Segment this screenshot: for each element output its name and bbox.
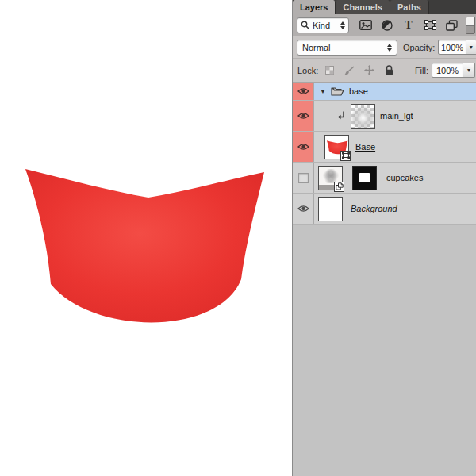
layer-thumbnail[interactable] xyxy=(324,135,349,159)
layer-name[interactable]: main_lgt xyxy=(380,111,413,121)
chevron-down-icon: ▾ xyxy=(470,44,473,51)
stepper-icon xyxy=(387,44,392,52)
filter-type-buttons: T xyxy=(359,19,458,32)
lock-row: Lock: Fill: 100% ▾ xyxy=(293,59,476,83)
chevron-down-icon: ▾ xyxy=(467,67,470,74)
eye-icon xyxy=(298,143,309,151)
mask-thumbnail[interactable] xyxy=(352,166,377,190)
shape-badge-icon xyxy=(340,151,351,161)
mask-preview xyxy=(359,173,370,182)
layer-row-base-shape[interactable]: Base xyxy=(293,132,476,163)
document-canvas[interactable] xyxy=(0,0,292,476)
filter-toggle-switch[interactable] xyxy=(466,17,475,34)
layer-name[interactable]: Background xyxy=(351,204,397,213)
clipping-arrow-icon xyxy=(337,111,346,121)
layer-thumbnail[interactable] xyxy=(318,197,343,221)
lock-all-icon[interactable] xyxy=(382,64,395,77)
layer-list: ▼ base xyxy=(293,83,476,225)
layer-name[interactable]: base xyxy=(349,86,368,96)
eye-icon xyxy=(298,87,309,95)
tab-paths[interactable]: Paths xyxy=(390,0,429,14)
layer-row-cupcakes[interactable]: cupcakes xyxy=(293,163,476,194)
lock-transparency-icon[interactable] xyxy=(323,64,336,77)
tab-layers[interactable]: Layers xyxy=(293,0,336,14)
smart-object-badge-icon xyxy=(334,182,344,192)
red-base-shape xyxy=(0,0,292,476)
visibility-toggle[interactable] xyxy=(293,163,314,193)
stepper-icon xyxy=(340,21,345,29)
lock-position-icon[interactable] xyxy=(363,64,375,77)
layer-thumbnail[interactable] xyxy=(351,104,375,129)
opacity-input[interactable]: 100% xyxy=(438,40,466,55)
visibility-toggle[interactable] xyxy=(293,132,314,162)
shape-layer-filter-icon[interactable] xyxy=(424,19,436,32)
opacity-dropdown-button[interactable]: ▾ xyxy=(466,40,476,55)
visibility-toggle[interactable] xyxy=(293,83,314,100)
layer-row-base-group[interactable]: ▼ base xyxy=(293,83,476,101)
layer-row-main-lgt[interactable]: main_lgt xyxy=(293,101,476,132)
layer-row-background[interactable]: Background xyxy=(293,194,476,225)
type-layer-filter-icon[interactable]: T xyxy=(402,19,415,32)
blend-mode-select[interactable]: Normal xyxy=(297,40,397,56)
fill-label: Fill: xyxy=(415,66,428,75)
visibility-toggle[interactable] xyxy=(293,101,314,131)
panel-tab-bar: Layers Channels Paths xyxy=(293,0,476,14)
lock-paint-icon[interactable] xyxy=(343,64,355,77)
tab-channels[interactable]: Channels xyxy=(336,0,390,14)
opacity-label: Opacity: xyxy=(403,43,435,52)
visibility-toggle[interactable] xyxy=(293,194,314,224)
layer-list-empty-area xyxy=(293,225,476,476)
opacity-value: 100% xyxy=(441,43,463,52)
layer-name[interactable]: cupcakes xyxy=(386,173,423,182)
blend-mode-row: Normal Opacity: 100% ▾ xyxy=(293,36,476,59)
soft-light-blob xyxy=(351,105,374,128)
search-icon xyxy=(301,21,309,29)
eye-icon xyxy=(298,205,309,213)
layer-thumbnail[interactable] xyxy=(318,166,343,190)
eye-icon xyxy=(298,112,309,120)
fill-value: 100% xyxy=(436,66,459,75)
disclosure-triangle-icon[interactable]: ▼ xyxy=(320,88,326,95)
filter-kind-label: Kind xyxy=(313,21,330,30)
lock-label: Lock: xyxy=(298,66,318,75)
smart-object-filter-icon[interactable] xyxy=(445,19,458,32)
layer-filter-row: Kind T xyxy=(293,14,476,36)
adjustment-layer-filter-icon[interactable] xyxy=(381,19,393,32)
pixel-layer-filter-icon[interactable] xyxy=(359,19,372,32)
filter-kind-select[interactable]: Kind xyxy=(297,17,349,33)
blend-mode-value: Normal xyxy=(302,43,330,52)
group-folder-icon xyxy=(331,86,344,97)
fill-dropdown-button[interactable]: ▾ xyxy=(463,63,475,78)
layer-name[interactable]: Base xyxy=(355,142,375,152)
fill-input[interactable]: 100% xyxy=(432,63,463,78)
photoshop-workspace: Layers Channels Paths Kind T xyxy=(0,0,476,476)
hidden-eye-well xyxy=(298,173,309,183)
layers-panel: Layers Channels Paths Kind T xyxy=(292,0,476,476)
